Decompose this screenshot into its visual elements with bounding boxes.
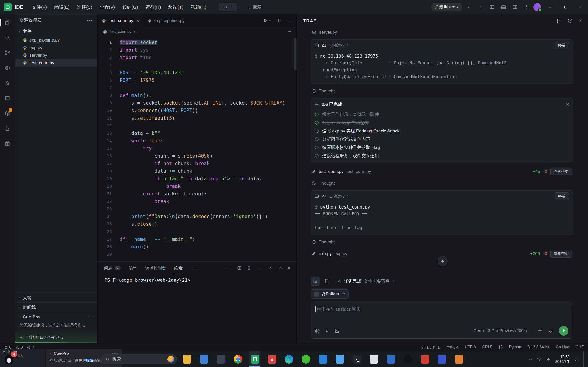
cue-pro-more-icon[interactable]: ··· xyxy=(88,314,95,320)
menu-item[interactable]: 查看(V) xyxy=(96,0,119,14)
file-change-row[interactable]: test_conn.py test_conn.py +45 -0 查看变更 xyxy=(311,167,573,176)
window-maximize-button[interactable] xyxy=(559,0,572,14)
code-line[interactable]: 23 xyxy=(98,205,297,213)
files-section-header[interactable]: 文件 xyxy=(15,27,97,36)
history-icon[interactable] xyxy=(568,18,573,23)
task-item[interactable]: 编写 exp.py 实现 Padding Oracle Attack xyxy=(311,127,573,135)
chat-icon[interactable] xyxy=(2,94,12,103)
code-line[interactable]: 10 s.connect((HOST, PORT)) xyxy=(98,107,297,114)
code-line[interactable]: 5HOST = '39.106.48.123' xyxy=(98,69,297,76)
editor-more-icon[interactable]: ··· xyxy=(286,18,292,24)
hash-icon[interactable]: # xyxy=(326,328,329,334)
code-line[interactable]: 25 s.close() xyxy=(98,220,297,228)
code-line[interactable]: 22 break xyxy=(98,198,297,205)
status-item[interactable]: Python xyxy=(509,345,521,350)
weather-icon[interactable] xyxy=(167,356,174,363)
code-line[interactable]: 14 while True: xyxy=(98,137,297,144)
upgrade-pro-button[interactable]: 升级到 Pro › xyxy=(431,3,462,11)
toggle-bottom-panel-icon[interactable] xyxy=(499,2,508,12)
taskbar-app-notepad[interactable] xyxy=(368,351,380,367)
menu-item[interactable]: 编辑(E) xyxy=(51,0,73,14)
kill-terminal-icon[interactable] xyxy=(247,266,251,270)
status-item[interactable]: CRLF xyxy=(482,345,493,350)
taskbar-app-app-steel[interactable] xyxy=(216,351,226,367)
status-item[interactable]: Go Live xyxy=(556,345,569,350)
code-line[interactable]: 12 xyxy=(98,122,297,129)
taskbar-app-app-blue[interactable] xyxy=(199,351,209,367)
tab-close-icon[interactable]: × xyxy=(137,18,139,23)
code-line[interactable]: 13 data = b"" xyxy=(98,129,297,137)
builder-context-chip[interactable]: @Builder xyxy=(311,290,349,299)
code-line[interactable]: 20 break xyxy=(98,182,297,190)
scroll-to-bottom-button[interactable] xyxy=(438,256,448,266)
menu-item[interactable]: 转到(G) xyxy=(119,0,142,14)
notification-center-icon[interactable] xyxy=(574,357,579,361)
breadcrumb-more[interactable]: ... xyxy=(137,29,141,34)
code-line[interactable]: 18 data += chunk xyxy=(98,167,297,175)
taskbar-app-app-red[interactable] xyxy=(419,351,431,367)
task-list-toggle-button[interactable] xyxy=(311,277,320,286)
split-terminal-icon[interactable] xyxy=(237,266,242,270)
trae-logo[interactable] xyxy=(4,3,12,11)
code-line[interactable]: 16 chunk = s.recv(4096) xyxy=(98,152,297,160)
menu-item[interactable]: 选择(S) xyxy=(73,0,96,14)
task-item[interactable]: 分析附件代码或文件内容 xyxy=(311,135,573,143)
panel-close-icon[interactable]: × xyxy=(288,265,291,271)
toggle-right-sidebar-icon[interactable] xyxy=(510,2,519,12)
debug-bug-icon[interactable] xyxy=(2,78,12,88)
menu-item[interactable]: 终端(T) xyxy=(165,0,187,14)
task-item[interactable]: 编写脚本恢复种子并获取 Flag xyxy=(311,143,573,152)
image-attach-icon[interactable] xyxy=(335,328,340,333)
panel-more-icon[interactable]: ··· xyxy=(257,265,263,271)
window-close-button[interactable]: × xyxy=(575,0,588,14)
code-line[interactable]: 17 if not chunk: break xyxy=(98,160,297,167)
code-line[interactable]: 3import time xyxy=(98,54,297,61)
extensions-icon[interactable] xyxy=(2,109,12,118)
panel-tab[interactable]: 调试控制台 xyxy=(145,262,166,274)
split-editor-icon[interactable] xyxy=(276,18,281,23)
editor-tab[interactable]: test_conn.py× xyxy=(98,14,143,27)
timeline-section-header[interactable]: 时间线 xyxy=(15,302,97,312)
nav-back-button[interactable] xyxy=(464,2,474,12)
background-explorer-window[interactable]: 79 个项目 4 nux xyxy=(0,349,45,367)
close-panel-icon[interactable]: × xyxy=(579,18,582,24)
thought-row[interactable]: Thought xyxy=(311,181,573,186)
terminal-output[interactable]: PS F:\edge browser\web-2day\21> xyxy=(98,274,297,286)
panel-tab-more-icon[interactable]: ··· xyxy=(191,265,197,271)
code-line[interactable]: 6PORT = 17975 xyxy=(98,76,297,84)
show-desktop-button[interactable] xyxy=(583,351,585,367)
taskbar-app-qq-blue[interactable] xyxy=(317,351,329,367)
send-button[interactable] xyxy=(559,326,569,336)
explorer-more-icon[interactable]: ··· xyxy=(86,17,93,23)
user-avatar[interactable] xyxy=(533,3,541,11)
panel-tab[interactable]: 问题7 xyxy=(104,262,121,274)
open-terminal-button[interactable]: 终端 xyxy=(555,192,569,200)
file-item[interactable]: exp_pipeline.py xyxy=(15,36,97,44)
window-minimize-button[interactable]: – xyxy=(544,0,557,14)
code-line[interactable]: 9 s = socket.socket(socket.AF_INET, sock… xyxy=(98,99,297,107)
task-item[interactable]: 探索工作目录，查找题目附件 xyxy=(311,110,573,119)
toggle-left-sidebar-icon[interactable] xyxy=(487,2,497,12)
open-terminal-button[interactable]: 终端 xyxy=(555,42,569,49)
taskbar-app-qq-penguin[interactable] xyxy=(402,351,414,367)
preview-eye-icon[interactable] xyxy=(2,63,12,73)
package-icon[interactable] xyxy=(2,139,12,148)
taskbar-app-app-sky[interactable] xyxy=(334,351,346,367)
auto-run-selector[interactable]: 自动运行 xyxy=(329,194,349,199)
new-terminal-icon[interactable] xyxy=(224,266,232,270)
chat-input[interactable]: 您正在与 Builder 聊天 @ # Gemini-3-Pro-Preview… xyxy=(311,302,573,339)
task-item[interactable]: 分析 server.py 代码逻辑 xyxy=(311,119,573,127)
workspace-selector[interactable]: 21 xyxy=(219,3,237,11)
file-item[interactable]: server.py xyxy=(15,51,97,59)
document-button[interactable] xyxy=(322,277,331,286)
breadcrumb-file[interactable]: test_conn.py xyxy=(109,29,131,34)
taskbar-app-app-orange[interactable] xyxy=(453,351,464,367)
cue-pro-section-header[interactable]: Cue-Pro ··· xyxy=(15,312,97,322)
explorer-icon[interactable] xyxy=(2,18,12,27)
settings-gear-icon[interactable] xyxy=(522,2,531,12)
code-line[interactable]: 26 xyxy=(98,228,297,235)
code-editor[interactable]: 1import socket2import sys3import time45H… xyxy=(98,36,297,261)
code-line[interactable]: 21 except socket.timeout: xyxy=(98,190,297,198)
feedback-icon[interactable] xyxy=(557,18,562,23)
thought-row[interactable]: Thought xyxy=(311,240,573,244)
